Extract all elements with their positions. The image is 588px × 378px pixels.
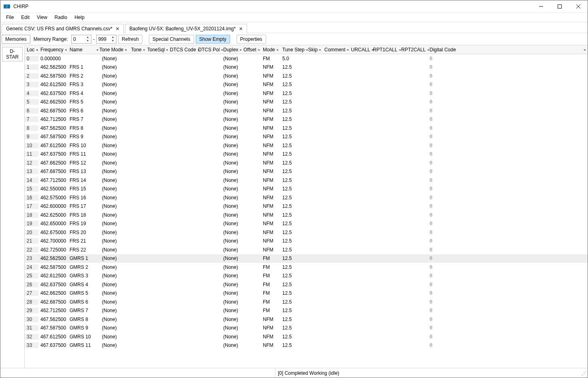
table-row[interactable]: 19462.650000FRS 19(None)(None)NFM12.50 — [25, 220, 588, 228]
table-row[interactable]: 30467.562500GMRS 8(None)(None)NFM12.50 — [25, 315, 588, 324]
spin-down-icon[interactable]: ▼ — [110, 39, 116, 43]
cell: (None) — [221, 108, 241, 114]
cell: 5.0 — [280, 56, 306, 61]
col-urcall[interactable]: URCALL◀ — [349, 47, 371, 53]
close-icon[interactable]: ✕ — [239, 26, 243, 32]
menu-view[interactable]: View — [34, 14, 51, 21]
cell: FRS 5 — [68, 99, 100, 105]
close-button[interactable] — [569, 0, 588, 13]
table-row[interactable]: 27462.662500GMRS 5(None)(None)FM12.50 — [25, 289, 588, 298]
table-row[interactable]: 25462.612500GMRS 3(None)(None)FM12.50 — [25, 272, 588, 281]
cell: 29 — [25, 308, 38, 313]
tab-baofeng[interactable]: Baofeng UV-5X: Baofeng_UV-5X_20201124.im… — [125, 24, 247, 33]
table-row[interactable]: 14467.712500FRS 14(None)(None)NFM12.50 — [25, 176, 588, 185]
col-end[interactable]: ◀ — [580, 48, 588, 51]
show-empty-button[interactable]: Show Empty — [196, 35, 230, 44]
cell: (None) — [100, 203, 129, 209]
table-row[interactable]: 00.000000(None)(None)FM5.00 — [25, 54, 588, 63]
col-dtcs-pol[interactable]: DTCS Pol◀ — [196, 47, 221, 53]
col-digital-code[interactable]: Digital Code — [427, 47, 463, 53]
table-row[interactable]: 22462.725000FRS 22(None)(None)NFM12.50 — [25, 245, 588, 254]
grid-body[interactable]: 00.000000(None)(None)FM5.001462.562500FR… — [25, 54, 588, 368]
special-channels-button[interactable]: Special Channels — [149, 35, 194, 44]
cell: (None) — [100, 177, 129, 183]
cell: NFM — [261, 108, 280, 114]
col-rpt1call[interactable]: RPT1CALL◀ — [371, 47, 399, 53]
cell: 0 — [427, 125, 463, 131]
table-row[interactable]: 2462.587500FRS 2(None)(None)NFM12.50 — [25, 72, 588, 80]
table-row[interactable]: 15462.550000FRS 15(None)(None)NFM12.50 — [25, 185, 588, 194]
minimize-button[interactable] — [532, 0, 550, 13]
col-skip[interactable]: Skip◀ — [306, 47, 322, 53]
menu-edit[interactable]: Edit — [18, 14, 33, 21]
table-row[interactable]: 32467.612500GMRS 10(None)(None)NFM12.50 — [25, 332, 588, 341]
table-row[interactable]: 31467.587500GMRS 9(None)(None)NFM12.50 — [25, 324, 588, 333]
spin-up-icon[interactable]: ▲ — [85, 36, 91, 39]
table-row[interactable]: 23462.562500GMRS 1(None)(None)FM12.50 — [25, 254, 588, 263]
table-row[interactable]: 29462.712500GMRS 7(None)(None)FM12.50 — [25, 306, 588, 315]
table-row[interactable]: 17462.600000FRS 17(None)(None)NFM12.50 — [25, 202, 588, 211]
menu-help[interactable]: Help — [71, 14, 88, 21]
cell: FM — [261, 308, 280, 313]
spin-down-icon[interactable]: ▼ — [85, 39, 91, 43]
table-row[interactable]: 7462.712500FRS 7(None)(None)NFM12.50 — [25, 115, 588, 124]
table-row[interactable]: 20462.675000FRS 20(None)(None)NFM12.50 — [25, 228, 588, 237]
maximize-button[interactable] — [550, 0, 569, 13]
cell: 12.5 — [280, 91, 306, 96]
cell: (None) — [221, 160, 241, 166]
cell: (None) — [221, 238, 241, 244]
table-row[interactable]: 8467.562500FRS 8(None)(None)NFM12.50 — [25, 124, 588, 133]
col-rpt2call[interactable]: RPT2CALL◀ — [399, 47, 427, 53]
spin-up-icon[interactable]: ▲ — [110, 36, 116, 39]
properties-button[interactable]: Properties — [237, 35, 266, 44]
table-row[interactable]: 12467.662500FRS 12(None)(None)NFM12.50 — [25, 158, 588, 167]
grid-header: Loc Frequency◀ Name ◀Tone Mode◀ Tone◀ To… — [25, 45, 588, 54]
col-dtcs-code[interactable]: DTCS Code◀ — [168, 47, 196, 53]
table-row[interactable]: 28462.687500GMRS 6(None)(None)FM12.50 — [25, 298, 588, 306]
table-row[interactable]: 18462.625000FRS 18(None)(None)NFM12.50 — [25, 211, 588, 220]
col-loc[interactable]: Loc — [25, 47, 38, 53]
table-row[interactable]: 13467.687500FRS 13(None)(None)NFM12.50 — [25, 167, 588, 176]
sidebar: D-STAR — [0, 45, 25, 368]
col-tonesql[interactable]: ToneSql◀ — [145, 47, 168, 53]
table-row[interactable]: 9467.587500FRS 9(None)(None)NFM12.50 — [25, 133, 588, 141]
refresh-button[interactable]: Refresh — [118, 35, 142, 44]
col-duplex[interactable]: Duplex◀ — [221, 47, 241, 53]
range-to-input[interactable]: 999 ▲▼ — [96, 35, 116, 44]
tab-generic-csv[interactable]: Generic CSV: US FRS and GMRS Channels.cs… — [2, 24, 124, 33]
close-icon[interactable]: ✕ — [116, 26, 119, 32]
col-tune-step[interactable]: Tune Step◀ — [280, 47, 306, 53]
dstar-button[interactable]: D-STAR — [2, 47, 23, 61]
cell: (None) — [100, 169, 129, 174]
cell: (None) — [221, 134, 241, 139]
menu-file[interactable]: File — [3, 14, 17, 21]
col-tone[interactable]: Tone◀ — [129, 47, 145, 53]
table-row[interactable]: 26462.637500GMRS 4(None)(None)FM12.50 — [25, 280, 588, 289]
cell: 467.637500 — [38, 151, 68, 157]
col-frequency[interactable]: Frequency◀ — [38, 47, 68, 53]
col-comment[interactable]: Comment◀ — [322, 47, 349, 53]
col-mode[interactable]: Mode◀ — [261, 47, 280, 53]
col-tone-mode[interactable]: ◀Tone Mode◀ — [100, 47, 129, 53]
resize-grip-icon[interactable]: ⋰ — [579, 370, 588, 376]
cell: 467.637500 — [38, 342, 68, 348]
table-row[interactable]: 5462.662500FRS 5(None)(None)NFM12.50 — [25, 98, 588, 107]
menu-radio[interactable]: Radio — [51, 14, 70, 21]
col-offset[interactable]: Offset◀ — [241, 47, 261, 53]
cell: 462.712500 — [38, 308, 68, 313]
table-row[interactable]: 6462.687500FRS 6(None)(None)NFM12.50 — [25, 106, 588, 115]
table-row[interactable]: 33467.637500GMRS 11(None)(None)NFM12.50 — [25, 341, 588, 350]
table-row[interactable]: 11467.637500FRS 11(None)(None)NFM12.50 — [25, 150, 588, 159]
table-row[interactable]: 10467.612500FRS 10(None)(None)NFM12.50 — [25, 141, 588, 150]
range-from-input[interactable]: 0 ▲▼ — [71, 35, 91, 44]
memories-button[interactable]: Memories — [2, 35, 30, 44]
table-row[interactable]: 16462.575000FRS 16(None)(None)NFM12.50 — [25, 193, 588, 202]
table-row[interactable]: 3462.612500FRS 3(None)(None)NFM12.50 — [25, 80, 588, 89]
table-row[interactable]: 24462.587500GMRS 2(None)(None)FM12.50 — [25, 263, 588, 272]
table-row[interactable]: 1462.562500FRS 1(None)(None)NFM12.50 — [25, 63, 588, 72]
table-row[interactable]: 4462.637500FRS 4(None)(None)NFM12.50 — [25, 89, 588, 98]
cell: 12.5 — [280, 108, 306, 114]
cell: 12.5 — [280, 134, 306, 139]
table-row[interactable]: 21462.700000FRS 21(None)(None)NFM12.50 — [25, 237, 588, 246]
col-name[interactable]: Name — [68, 47, 100, 53]
